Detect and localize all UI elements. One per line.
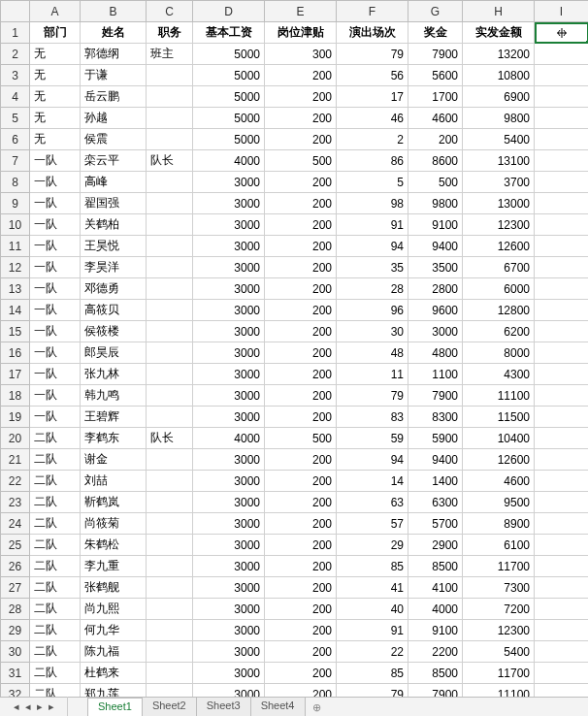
cell[interactable] [147, 364, 193, 385]
cell[interactable]: 500 [265, 428, 337, 449]
cell[interactable] [147, 193, 193, 214]
row-header[interactable]: 32 [1, 684, 30, 698]
cell[interactable]: 3700 [463, 172, 535, 193]
row-header[interactable]: 29 [1, 620, 30, 641]
cell[interactable]: 11100 [463, 684, 535, 698]
cell[interactable]: 200 [265, 236, 337, 257]
cell[interactable] [147, 449, 193, 471]
new-sheet-button[interactable]: ⊕ [305, 700, 329, 716]
row-header[interactable]: 7 [1, 150, 30, 172]
cell[interactable]: 6900 [463, 86, 535, 108]
cell[interactable]: 200 [265, 513, 337, 535]
cell[interactable]: 二队 [30, 428, 81, 449]
cell[interactable]: 一队 [30, 172, 81, 193]
col-header-B[interactable]: B [81, 1, 147, 22]
cell[interactable] [535, 599, 589, 620]
cell[interactable]: 无 [30, 86, 81, 108]
cell[interactable]: 9400 [408, 449, 463, 471]
cell[interactable]: 杜鹤来 [81, 663, 147, 684]
tab-nav-first-icon[interactable]: ◂ [14, 700, 19, 713]
cell[interactable]: 12800 [463, 300, 535, 321]
cell[interactable]: 5 [337, 172, 408, 193]
cell[interactable]: 2200 [408, 641, 463, 663]
cell[interactable]: 91 [337, 214, 408, 236]
cell[interactable] [535, 364, 589, 385]
cell[interactable]: 96 [337, 300, 408, 321]
row-header[interactable]: 28 [1, 599, 30, 620]
cell[interactable]: 200 [265, 214, 337, 236]
cell[interactable]: 二队 [30, 599, 81, 620]
cell[interactable]: 侯震 [81, 129, 147, 150]
cell[interactable]: 30 [337, 321, 408, 342]
cell[interactable] [147, 641, 193, 663]
cell[interactable]: 11700 [463, 556, 535, 577]
cell[interactable]: 94 [337, 236, 408, 257]
cell[interactable]: 4000 [193, 150, 265, 172]
cell[interactable]: 200 [265, 492, 337, 513]
row-header[interactable]: 9 [1, 193, 30, 214]
cell[interactable]: 无 [30, 65, 81, 86]
spreadsheet-grid[interactable]: A B C D E F G H I 1部门姓名职务基本工资岗位津贴演出场次奖金实… [0, 0, 588, 697]
cell[interactable]: 8300 [408, 407, 463, 428]
cell[interactable] [535, 65, 589, 86]
cell[interactable]: 200 [265, 449, 337, 471]
col-header-A[interactable]: A [30, 1, 81, 22]
cell[interactable]: 300 [265, 44, 337, 65]
cell[interactable]: 3000 [193, 513, 265, 535]
cell[interactable]: 48 [337, 342, 408, 364]
cell[interactable] [535, 428, 589, 449]
row-header[interactable]: 3 [1, 65, 30, 86]
cell[interactable]: 姓名 [81, 22, 147, 44]
cell[interactable]: 35 [337, 257, 408, 278]
cell[interactable]: 职务 [147, 22, 193, 44]
cell[interactable]: 200 [265, 108, 337, 129]
cell[interactable] [535, 471, 589, 492]
cell[interactable]: 200 [265, 342, 337, 364]
cell[interactable]: 3000 [193, 407, 265, 428]
cell[interactable]: 79 [337, 44, 408, 65]
cell[interactable]: 一队 [30, 385, 81, 407]
cell[interactable]: 谢金 [81, 449, 147, 471]
cell[interactable]: 7300 [463, 577, 535, 599]
row-header[interactable]: 14 [1, 300, 30, 321]
cell[interactable]: 3000 [193, 342, 265, 364]
cell[interactable]: 40 [337, 599, 408, 620]
cell[interactable]: 2800 [408, 278, 463, 300]
cell[interactable]: 200 [265, 407, 337, 428]
cell[interactable]: 200 [408, 129, 463, 150]
cell[interactable]: 4000 [193, 428, 265, 449]
row-header[interactable]: 18 [1, 385, 30, 407]
cell[interactable]: 3000 [193, 172, 265, 193]
cell[interactable]: 46 [337, 108, 408, 129]
cell[interactable]: 王昊悦 [81, 236, 147, 257]
cell[interactable]: 1700 [408, 86, 463, 108]
cell[interactable]: 13100 [463, 150, 535, 172]
cell[interactable]: 3000 [193, 364, 265, 385]
cell[interactable] [147, 385, 193, 407]
row-header[interactable]: 25 [1, 535, 30, 556]
col-header-E[interactable]: E [265, 1, 337, 22]
cell[interactable]: 栾云平 [81, 150, 147, 172]
row-header[interactable]: 19 [1, 407, 30, 428]
cell[interactable]: 3000 [193, 684, 265, 698]
sheet-tab[interactable]: Sheet1 [87, 698, 143, 716]
cell[interactable]: 12600 [463, 449, 535, 471]
cell[interactable] [535, 684, 589, 698]
cell[interactable]: 3000 [193, 556, 265, 577]
cell[interactable]: 5600 [408, 65, 463, 86]
cell[interactable]: 7900 [408, 385, 463, 407]
cell[interactable]: 86 [337, 150, 408, 172]
sheet-tab[interactable]: Sheet3 [196, 697, 251, 716]
cell[interactable]: 200 [265, 684, 337, 698]
cell[interactable] [535, 620, 589, 641]
cell[interactable]: 12600 [463, 236, 535, 257]
row-header[interactable]: 10 [1, 214, 30, 236]
cell[interactable]: 7200 [463, 599, 535, 620]
cell[interactable]: 200 [265, 535, 337, 556]
cell[interactable]: 9400 [408, 236, 463, 257]
cell[interactable] [147, 300, 193, 321]
row-header[interactable]: 20 [1, 428, 30, 449]
cell[interactable] [147, 577, 193, 599]
cell[interactable]: 尚九熙 [81, 599, 147, 620]
cell[interactable]: 22 [337, 641, 408, 663]
